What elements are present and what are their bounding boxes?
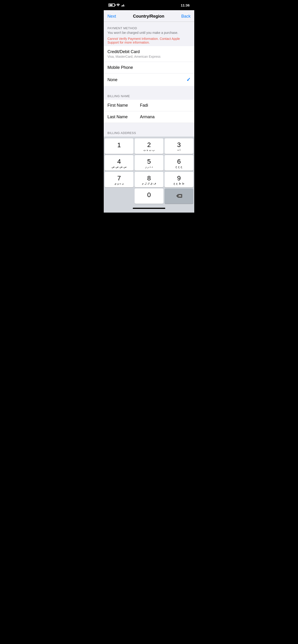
wifi-icon (116, 4, 120, 7)
signal-icon (121, 4, 125, 6)
phone-container: 11:36 Next Country/Region Back PAYMENT M… (104, 0, 194, 212)
payment-section-header: PAYMENT METHOD You won't be charged unti… (104, 22, 194, 46)
last-name-label: Last Name (107, 114, 140, 120)
key-0[interactable]: 0 (135, 188, 163, 204)
payment-option-credit-card[interactable]: Credit/Debit Card Visa, MasterCard, Amer… (104, 46, 194, 62)
key-5[interactable]: 5 د ذ ر ز (135, 155, 163, 170)
key-2[interactable]: 2 ب ت ة ث (135, 138, 163, 154)
billing-name-label: BILLING NAME (107, 94, 191, 98)
content-area: PAYMENT METHOD You won't be charged unti… (104, 22, 194, 212)
status-bar: 11:36 (104, 0, 194, 10)
battery-icon (108, 4, 115, 7)
numeric-keyboard: 1 2 ب ت ة ث 3 ا ء 4 س ش ص ض (104, 136, 194, 206)
keyboard-row-1: 1 2 ب ت ة ث 3 ا ء (105, 138, 193, 154)
key-7[interactable]: 7 ن ه و ي (105, 172, 133, 187)
first-name-value: Fadi (140, 103, 148, 108)
payment-error-text: Cannot Verify Payment Information. Conta… (107, 37, 191, 44)
keyboard-row-2: 4 س ش ص ض 5 د ذ ر ز 6 ج ح خ (105, 155, 193, 170)
page-title: Country/Region (133, 14, 164, 19)
payment-option-mobile-phone[interactable]: Mobile Phone (104, 62, 194, 74)
keyboard-row-3: 7 ن ه و ي 8 ف ق ك ل م 9 ط ظ ع غ (105, 172, 193, 187)
mobile-phone-title: Mobile Phone (107, 65, 133, 70)
billing-name-header: BILLING NAME (104, 91, 194, 100)
delete-icon (176, 194, 182, 200)
status-left (108, 4, 125, 7)
billing-name-list: First Name Fadi Last Name Armana (104, 100, 194, 123)
home-indicator-area (104, 206, 194, 212)
key-9[interactable]: 9 ط ظ ع غ (165, 172, 193, 187)
key-3[interactable]: 3 ا ء (165, 138, 193, 154)
payment-options-list: Credit/Debit Card Visa, MasterCard, Amer… (104, 46, 194, 86)
key-1[interactable]: 1 (105, 138, 133, 154)
key-6[interactable]: 6 ج ح خ (165, 155, 193, 170)
nav-bar: Next Country/Region Back (104, 10, 194, 22)
none-title: None (107, 78, 117, 82)
last-name-value: Armana (140, 114, 155, 120)
separator-1 (104, 86, 194, 91)
billing-address-label: BILLING ADDRESS (107, 131, 191, 135)
payment-section-label: PAYMENT METHOD (107, 26, 191, 30)
selected-checkmark: ✓ (186, 77, 191, 83)
keyboard-row-4: 0 (105, 188, 193, 204)
back-button[interactable]: Back (181, 13, 191, 20)
svg-point-0 (118, 6, 119, 6)
credit-card-title: Credit/Debit Card (107, 50, 161, 54)
key-4[interactable]: 4 س ش ص ض (105, 155, 133, 170)
home-indicator-bar (133, 208, 165, 209)
status-time: 11:36 (181, 3, 190, 7)
separator-2 (104, 123, 194, 128)
last-name-row[interactable]: Last Name Armana (104, 111, 194, 123)
delete-key[interactable] (165, 188, 193, 204)
payment-option-none[interactable]: None ✓ (104, 74, 194, 86)
credit-card-subtitle: Visa, MasterCard, American Express (107, 55, 161, 58)
first-name-row[interactable]: First Name Fadi (104, 100, 194, 111)
next-button[interactable]: Next (107, 13, 116, 20)
key-8[interactable]: 8 ف ق ك ل م (135, 172, 163, 187)
first-name-label: First Name (107, 103, 140, 108)
billing-address-header: BILLING ADDRESS (104, 128, 194, 136)
payment-subtitle: You won't be charged until you make a pu… (107, 31, 191, 34)
